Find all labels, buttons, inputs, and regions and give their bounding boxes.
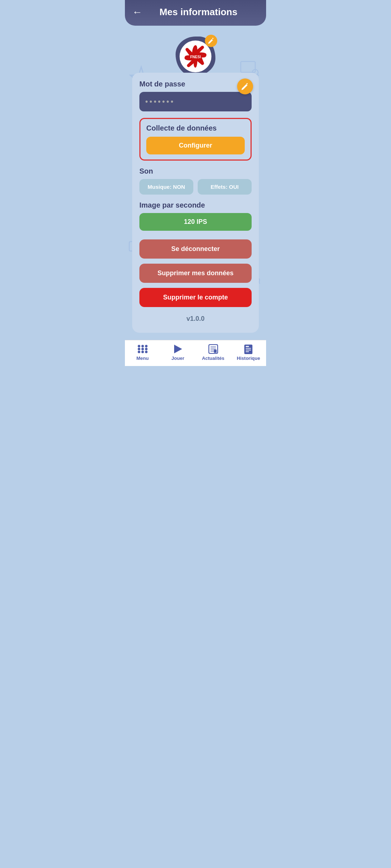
news-icon: [207, 344, 219, 354]
svg-point-16: [145, 345, 147, 348]
svg-rect-31: [246, 348, 251, 349]
play-icon: [172, 344, 184, 354]
nav-history[interactable]: Historique: [231, 344, 266, 361]
nav-history-label: Historique: [237, 356, 260, 361]
svg-rect-28: [214, 350, 216, 353]
nav-menu[interactable]: Menu: [125, 344, 160, 361]
svg-point-17: [138, 348, 140, 350]
nav-play-label: Jouer: [172, 356, 184, 361]
sound-buttons-row: Musique: NON Effets: OUI: [139, 179, 252, 195]
version-label: v1.0.0: [139, 315, 252, 323]
data-collection-section: Collecte de données Configurer: [139, 118, 252, 161]
main-content: FNESI Mot de passe •: [125, 26, 266, 340]
bottom-navigation: Menu Jouer Actualités: [125, 340, 266, 366]
fnesi-logo: FNESI: [181, 42, 210, 71]
edit-avatar-button[interactable]: [205, 35, 217, 47]
svg-point-19: [145, 348, 147, 350]
avatar-container: FNESI: [176, 37, 215, 76]
nav-menu-label: Menu: [136, 356, 149, 361]
data-collection-label: Collecte de données: [146, 124, 245, 132]
delete-data-button[interactable]: Supprimer mes données: [139, 264, 252, 283]
fps-label: Image par seconde: [139, 201, 252, 209]
configure-button[interactable]: Configurer: [146, 137, 245, 154]
app-header: ← Mes informations: [125, 0, 266, 26]
svg-point-14: [138, 345, 140, 348]
music-toggle-button[interactable]: Musique: NON: [139, 179, 193, 195]
history-icon: [243, 344, 254, 354]
nav-play[interactable]: Jouer: [160, 344, 196, 361]
disconnect-button[interactable]: Se déconnecter: [139, 239, 252, 259]
nav-news-label: Actualités: [202, 356, 224, 361]
password-field: •••••••: [139, 92, 252, 111]
delete-account-button[interactable]: Supprimer le compte: [139, 288, 252, 307]
avatar-section: FNESI: [132, 26, 259, 80]
info-card: Mot de passe ••••••• Collecte de données…: [132, 73, 259, 333]
svg-point-18: [141, 348, 144, 350]
fps-button[interactable]: 120 IPS: [139, 213, 252, 231]
nav-news[interactable]: Actualités: [196, 344, 231, 361]
svg-rect-33: [246, 352, 249, 352]
svg-marker-23: [174, 345, 182, 353]
back-button[interactable]: ←: [132, 7, 142, 17]
password-label: Mot de passe: [139, 80, 252, 88]
edit-info-button[interactable]: [237, 78, 253, 94]
page-title: Mes informations: [148, 7, 249, 18]
svg-point-20: [138, 351, 140, 353]
svg-text:FNESI: FNESI: [190, 55, 201, 59]
svg-point-21: [141, 351, 144, 353]
svg-point-15: [141, 345, 144, 348]
svg-rect-30: [246, 346, 249, 347]
svg-rect-32: [246, 350, 251, 350]
svg-point-22: [145, 351, 147, 353]
menu-icon: [137, 344, 148, 354]
effects-toggle-button[interactable]: Effets: OUI: [198, 179, 252, 195]
sound-label: Son: [139, 167, 252, 175]
